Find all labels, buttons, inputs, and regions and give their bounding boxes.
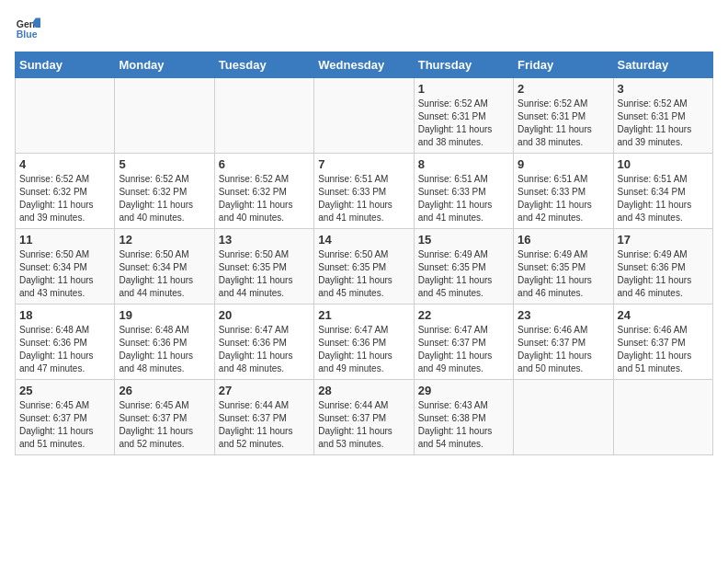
day-number: 22 (418, 308, 509, 322)
day-number: 15 (418, 233, 509, 247)
day-info: Sunrise: 6:44 AM Sunset: 6:37 PM Dayligh… (318, 399, 409, 451)
calendar-cell: 8Sunrise: 6:51 AM Sunset: 6:33 PM Daylig… (414, 154, 513, 229)
day-number: 19 (119, 308, 210, 322)
calendar-cell (514, 380, 613, 455)
day-number: 17 (618, 233, 709, 247)
header-thursday: Thursday (414, 52, 513, 78)
calendar-cell (214, 78, 313, 154)
header-monday: Monday (115, 52, 214, 78)
calendar-cell: 20Sunrise: 6:47 AM Sunset: 6:36 PM Dayli… (214, 304, 313, 380)
day-info: Sunrise: 6:49 AM Sunset: 6:35 PM Dayligh… (518, 248, 609, 300)
calendar-cell: 13Sunrise: 6:50 AM Sunset: 6:35 PM Dayli… (214, 229, 313, 304)
header-saturday: Saturday (613, 52, 712, 78)
day-info: Sunrise: 6:48 AM Sunset: 6:36 PM Dayligh… (19, 324, 110, 375)
day-info: Sunrise: 6:52 AM Sunset: 6:31 PM Dayligh… (518, 98, 609, 149)
day-info: Sunrise: 6:50 AM Sunset: 6:35 PM Dayligh… (318, 248, 409, 300)
day-number: 18 (19, 308, 110, 322)
calendar-cell: 17Sunrise: 6:49 AM Sunset: 6:36 PM Dayli… (613, 229, 712, 304)
calendar-week-5: 25Sunrise: 6:45 AM Sunset: 6:37 PM Dayli… (16, 380, 713, 455)
calendar-cell: 5Sunrise: 6:52 AM Sunset: 6:32 PM Daylig… (115, 154, 214, 229)
day-info: Sunrise: 6:51 AM Sunset: 6:34 PM Dayligh… (618, 173, 709, 224)
day-number: 24 (618, 308, 709, 322)
page-header: General Blue (15, 15, 713, 40)
day-number: 8 (418, 157, 509, 171)
calendar-cell: 21Sunrise: 6:47 AM Sunset: 6:36 PM Dayli… (314, 304, 414, 380)
header-sunday: Sunday (16, 52, 115, 78)
logo-icon: General Blue (15, 15, 40, 40)
calendar-cell: 12Sunrise: 6:50 AM Sunset: 6:34 PM Dayli… (115, 229, 214, 304)
calendar-cell: 28Sunrise: 6:44 AM Sunset: 6:37 PM Dayli… (314, 380, 414, 455)
calendar-cell: 6Sunrise: 6:52 AM Sunset: 6:32 PM Daylig… (214, 154, 313, 229)
day-info: Sunrise: 6:49 AM Sunset: 6:35 PM Dayligh… (418, 248, 509, 300)
calendar-cell: 15Sunrise: 6:49 AM Sunset: 6:35 PM Dayli… (414, 229, 513, 304)
day-info: Sunrise: 6:50 AM Sunset: 6:35 PM Dayligh… (219, 248, 310, 300)
calendar-cell: 10Sunrise: 6:51 AM Sunset: 6:34 PM Dayli… (613, 154, 712, 229)
day-number: 4 (19, 157, 110, 171)
day-number: 25 (19, 384, 110, 397)
day-number: 27 (219, 384, 310, 397)
day-info: Sunrise: 6:43 AM Sunset: 6:38 PM Dayligh… (418, 399, 509, 451)
day-number: 10 (618, 157, 709, 171)
day-number: 12 (119, 233, 210, 247)
day-number: 9 (518, 157, 609, 171)
calendar-cell: 4Sunrise: 6:52 AM Sunset: 6:32 PM Daylig… (16, 154, 115, 229)
day-info: Sunrise: 6:50 AM Sunset: 6:34 PM Dayligh… (119, 248, 210, 300)
calendar-table: SundayMondayTuesdayWednesdayThursdayFrid… (15, 52, 713, 455)
day-info: Sunrise: 6:47 AM Sunset: 6:37 PM Dayligh… (418, 324, 509, 375)
day-info: Sunrise: 6:47 AM Sunset: 6:36 PM Dayligh… (219, 324, 310, 375)
day-info: Sunrise: 6:46 AM Sunset: 6:37 PM Dayligh… (518, 324, 609, 375)
calendar-cell: 1Sunrise: 6:52 AM Sunset: 6:31 PM Daylig… (414, 78, 513, 154)
calendar-cell: 22Sunrise: 6:47 AM Sunset: 6:37 PM Dayli… (414, 304, 513, 380)
calendar-cell: 9Sunrise: 6:51 AM Sunset: 6:33 PM Daylig… (514, 154, 613, 229)
header-tuesday: Tuesday (214, 52, 313, 78)
calendar-cell: 19Sunrise: 6:48 AM Sunset: 6:36 PM Dayli… (115, 304, 214, 380)
day-info: Sunrise: 6:45 AM Sunset: 6:37 PM Dayligh… (119, 399, 210, 451)
calendar-week-1: 1Sunrise: 6:52 AM Sunset: 6:31 PM Daylig… (16, 78, 713, 154)
calendar-cell: 29Sunrise: 6:43 AM Sunset: 6:38 PM Dayli… (414, 380, 513, 455)
calendar-cell (16, 78, 115, 154)
day-info: Sunrise: 6:45 AM Sunset: 6:37 PM Dayligh… (19, 399, 110, 451)
day-number: 7 (318, 157, 409, 171)
day-info: Sunrise: 6:52 AM Sunset: 6:31 PM Dayligh… (418, 98, 509, 149)
calendar-cell: 27Sunrise: 6:44 AM Sunset: 6:37 PM Dayli… (214, 380, 313, 455)
calendar-cell: 24Sunrise: 6:46 AM Sunset: 6:37 PM Dayli… (613, 304, 712, 380)
day-number: 29 (418, 384, 509, 397)
calendar-cell: 2Sunrise: 6:52 AM Sunset: 6:31 PM Daylig… (514, 78, 613, 154)
header-wednesday: Wednesday (314, 52, 414, 78)
day-number: 5 (119, 157, 210, 171)
calendar-week-3: 11Sunrise: 6:50 AM Sunset: 6:34 PM Dayli… (16, 229, 713, 304)
header-friday: Friday (514, 52, 613, 78)
svg-text:Blue: Blue (17, 29, 38, 40)
day-info: Sunrise: 6:51 AM Sunset: 6:33 PM Dayligh… (418, 173, 509, 224)
calendar-week-4: 18Sunrise: 6:48 AM Sunset: 6:36 PM Dayli… (16, 304, 713, 380)
day-number: 16 (518, 233, 609, 247)
calendar-cell: 23Sunrise: 6:46 AM Sunset: 6:37 PM Dayli… (514, 304, 613, 380)
calendar-cell: 26Sunrise: 6:45 AM Sunset: 6:37 PM Dayli… (115, 380, 214, 455)
day-info: Sunrise: 6:50 AM Sunset: 6:34 PM Dayligh… (19, 248, 110, 300)
day-info: Sunrise: 6:46 AM Sunset: 6:37 PM Dayligh… (618, 324, 709, 375)
day-number: 2 (518, 82, 609, 96)
calendar-cell (314, 78, 414, 154)
logo: General Blue (15, 15, 44, 40)
day-number: 14 (318, 233, 409, 247)
calendar-week-2: 4Sunrise: 6:52 AM Sunset: 6:32 PM Daylig… (16, 154, 713, 229)
day-info: Sunrise: 6:47 AM Sunset: 6:36 PM Dayligh… (318, 324, 409, 375)
calendar-cell: 18Sunrise: 6:48 AM Sunset: 6:36 PM Dayli… (16, 304, 115, 380)
calendar-cell: 3Sunrise: 6:52 AM Sunset: 6:31 PM Daylig… (613, 78, 712, 154)
day-number: 26 (119, 384, 210, 397)
day-info: Sunrise: 6:52 AM Sunset: 6:31 PM Dayligh… (618, 98, 709, 149)
calendar-cell: 14Sunrise: 6:50 AM Sunset: 6:35 PM Dayli… (314, 229, 414, 304)
day-info: Sunrise: 6:48 AM Sunset: 6:36 PM Dayligh… (119, 324, 210, 375)
day-number: 21 (318, 308, 409, 322)
day-number: 1 (418, 82, 509, 96)
day-number: 28 (318, 384, 409, 397)
calendar-cell (613, 380, 712, 455)
day-number: 11 (19, 233, 110, 247)
day-info: Sunrise: 6:49 AM Sunset: 6:36 PM Dayligh… (618, 248, 709, 300)
calendar-cell (115, 78, 214, 154)
day-number: 3 (618, 82, 709, 96)
day-number: 20 (219, 308, 310, 322)
day-info: Sunrise: 6:51 AM Sunset: 6:33 PM Dayligh… (518, 173, 609, 224)
day-info: Sunrise: 6:51 AM Sunset: 6:33 PM Dayligh… (318, 173, 409, 224)
day-info: Sunrise: 6:52 AM Sunset: 6:32 PM Dayligh… (119, 173, 210, 224)
